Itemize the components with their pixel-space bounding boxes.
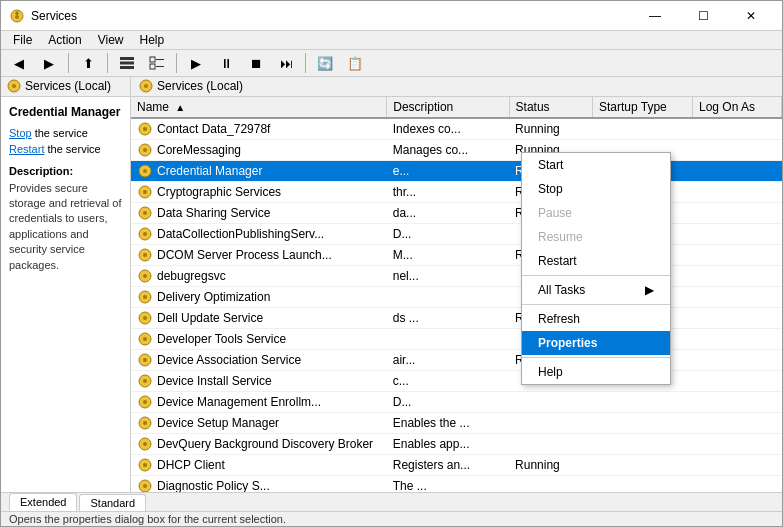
service-icon bbox=[137, 457, 153, 473]
service-desc: The ... bbox=[387, 475, 509, 492]
tab-extended[interactable]: Extended bbox=[9, 493, 77, 511]
restart-suffix: the service bbox=[44, 143, 100, 155]
context-menu-item-pause: Pause bbox=[522, 201, 670, 225]
toolbar-pause[interactable]: ⏸ bbox=[212, 50, 240, 76]
table-row[interactable]: Dell Update Service ds ...Running bbox=[131, 307, 782, 328]
toolbar-sep-3 bbox=[176, 53, 177, 73]
desc-label: Description: bbox=[9, 165, 122, 177]
table-row[interactable]: DHCP Client Registers an...Running bbox=[131, 454, 782, 475]
left-panel-header: Services (Local) bbox=[1, 77, 131, 96]
services-table[interactable]: Name ▲ Description Status Startup Type L… bbox=[131, 97, 782, 492]
service-desc: c... bbox=[387, 370, 509, 391]
service-logon bbox=[693, 139, 782, 160]
col-header-logon[interactable]: Log On As bbox=[693, 97, 782, 118]
col-header-status[interactable]: Status bbox=[509, 97, 592, 118]
service-status bbox=[509, 433, 592, 454]
context-menu-item-stop[interactable]: Stop bbox=[522, 177, 670, 201]
main-area: Credential Manager Stop the service Rest… bbox=[1, 97, 782, 492]
service-name: Device Association Service bbox=[157, 353, 301, 367]
service-icon bbox=[137, 142, 153, 158]
toolbar-restart[interactable]: ⏭ bbox=[272, 50, 300, 76]
maximize-button[interactable]: ☐ bbox=[680, 1, 726, 31]
toolbar-forward[interactable]: ▶ bbox=[35, 50, 63, 76]
service-startup bbox=[592, 391, 692, 412]
col-header-name[interactable]: Name ▲ bbox=[131, 97, 387, 118]
service-logon bbox=[693, 181, 782, 202]
col-header-desc[interactable]: Description bbox=[387, 97, 509, 118]
context-menu-item-properties[interactable]: Properties bbox=[522, 331, 670, 355]
svg-point-40 bbox=[143, 400, 147, 404]
table-row[interactable]: Device Setup Manager Enables the ... bbox=[131, 412, 782, 433]
submenu-arrow: ▶ bbox=[645, 283, 654, 297]
table-row[interactable]: Developer Tools Service bbox=[131, 328, 782, 349]
context-menu-item-all-tasks[interactable]: All Tasks▶ bbox=[522, 278, 670, 302]
service-logon bbox=[693, 475, 782, 492]
toolbar-back[interactable]: ◀ bbox=[5, 50, 33, 76]
table-row[interactable]: DataCollectionPublishingServ... D... bbox=[131, 223, 782, 244]
context-menu-separator bbox=[522, 304, 670, 305]
table-row[interactable]: debugregsvc nel... bbox=[131, 265, 782, 286]
svg-point-26 bbox=[143, 253, 147, 257]
minimize-button[interactable]: — bbox=[632, 1, 678, 31]
table-row[interactable]: Cryptographic Services thr...Running bbox=[131, 181, 782, 202]
menu-view[interactable]: View bbox=[90, 31, 132, 49]
service-desc: nel... bbox=[387, 265, 509, 286]
toolbar-up[interactable]: ⬆ bbox=[74, 50, 102, 76]
restart-link[interactable]: Restart bbox=[9, 143, 44, 155]
table-row[interactable]: Device Install Service c... bbox=[131, 370, 782, 391]
svg-point-12 bbox=[144, 84, 148, 88]
svg-rect-3 bbox=[120, 62, 134, 65]
context-menu-item-resume: Resume bbox=[522, 225, 670, 249]
svg-rect-6 bbox=[156, 59, 164, 60]
table-row[interactable]: Diagnostic Policy S... The ... bbox=[131, 475, 782, 492]
toolbar-stop[interactable]: ⏹ bbox=[242, 50, 270, 76]
service-name: Contact Data_72978f bbox=[157, 122, 270, 136]
service-icon bbox=[137, 184, 153, 200]
toolbar-show-hide[interactable] bbox=[113, 50, 141, 76]
context-menu-separator bbox=[522, 275, 670, 276]
svg-rect-2 bbox=[120, 57, 134, 60]
toolbar-properties[interactable]: 📋 bbox=[341, 50, 369, 76]
context-menu-item-help[interactable]: Help bbox=[522, 360, 670, 384]
table-row[interactable]: Credential Manager e...Running bbox=[131, 160, 782, 181]
table-row[interactable]: DCOM Server Process Launch... M...Runnin… bbox=[131, 244, 782, 265]
right-panel: Name ▲ Description Status Startup Type L… bbox=[131, 97, 782, 492]
right-panel-header: Services (Local) bbox=[131, 77, 782, 96]
table-row[interactable]: DevQuery Background Discovery Broker Ena… bbox=[131, 433, 782, 454]
toolbar-details[interactable] bbox=[143, 50, 171, 76]
toolbar-refresh[interactable]: 🔄 bbox=[311, 50, 339, 76]
table-row[interactable]: Device Management Enrollm... D... bbox=[131, 391, 782, 412]
table-row[interactable]: Data Sharing Service da...Running bbox=[131, 202, 782, 223]
menu-help[interactable]: Help bbox=[132, 31, 173, 49]
service-logon bbox=[693, 349, 782, 370]
service-desc: D... bbox=[387, 223, 509, 244]
service-status bbox=[509, 391, 592, 412]
context-menu-item-start[interactable]: Start bbox=[522, 153, 670, 177]
title-bar: Services — ☐ ✕ bbox=[1, 1, 782, 31]
service-desc: Enables app... bbox=[387, 433, 509, 454]
menu-file[interactable]: File bbox=[5, 31, 40, 49]
table-row[interactable]: Device Association Service air...Running bbox=[131, 349, 782, 370]
table-row[interactable]: CoreMessaging Manages co...Running bbox=[131, 139, 782, 160]
toolbar-play[interactable]: ▶ bbox=[182, 50, 210, 76]
tab-standard[interactable]: Standard bbox=[79, 494, 146, 511]
svg-rect-4 bbox=[120, 66, 134, 69]
context-menu-item-refresh[interactable]: Refresh bbox=[522, 307, 670, 331]
close-button[interactable]: ✕ bbox=[728, 1, 774, 31]
svg-point-36 bbox=[143, 358, 147, 362]
service-status: Running bbox=[509, 454, 592, 475]
service-icon bbox=[137, 310, 153, 326]
table-row[interactable]: Delivery Optimization bbox=[131, 286, 782, 307]
service-desc: Indexes co... bbox=[387, 118, 509, 140]
service-desc: D... bbox=[387, 391, 509, 412]
menu-action[interactable]: Action bbox=[40, 31, 89, 49]
service-name: debugregsvc bbox=[157, 269, 226, 283]
context-menu-item-restart[interactable]: Restart bbox=[522, 249, 670, 273]
service-icon bbox=[137, 205, 153, 221]
title-bar-title: Services bbox=[31, 9, 632, 23]
panel-header-row: Services (Local) Services (Local) bbox=[1, 77, 782, 97]
col-header-startup[interactable]: Startup Type bbox=[592, 97, 692, 118]
stop-link[interactable]: Stop bbox=[9, 127, 32, 139]
service-logon bbox=[693, 265, 782, 286]
table-row[interactable]: Contact Data_72978f Indexes co...Running bbox=[131, 118, 782, 140]
